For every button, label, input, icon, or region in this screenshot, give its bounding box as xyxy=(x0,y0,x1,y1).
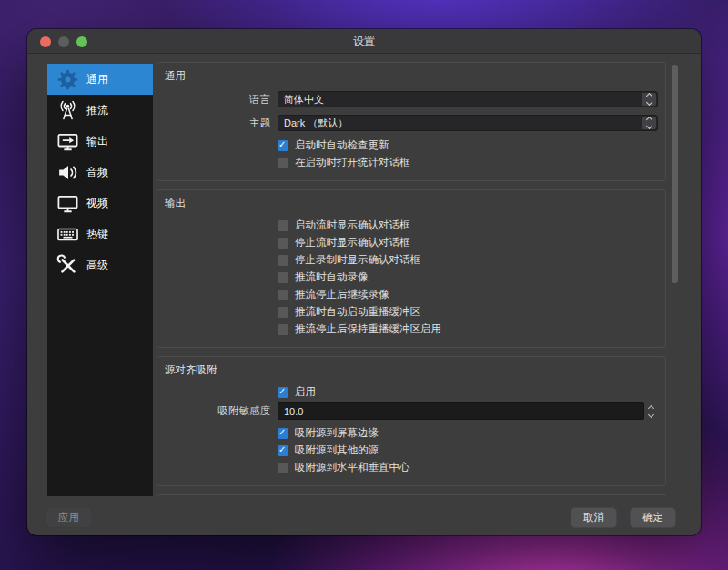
checkbox[interactable] xyxy=(278,140,288,151)
checkbox[interactable] xyxy=(278,220,288,231)
checkbox-row: 在启动时打开统计对话框 xyxy=(157,156,665,169)
checkbox-row: 停止流时显示确认对话框 xyxy=(157,236,665,249)
group-output: 输出 启动流时显示确认对话框 停止流时显示确认对话框 停止录制时显示确认对话框 xyxy=(157,189,666,348)
sidebar-item-advanced[interactable]: 高级 xyxy=(47,249,153,280)
checkbox-row: 推流停止后继续录像 xyxy=(157,288,665,301)
titlebar: 设置 xyxy=(27,29,701,54)
gear-icon xyxy=(52,68,83,91)
group-general: 通用 语言 简体中文 主题 Dark （默认） xyxy=(157,62,666,181)
sidebar-label-output: 输出 xyxy=(86,134,108,149)
checkbox-label: 在启动时打开统计对话框 xyxy=(295,156,410,169)
settings-scroll-area: 通用 语言 简体中文 主题 Dark （默认） xyxy=(155,62,679,496)
settings-window: 设置 xyxy=(27,29,701,535)
theme-label: 主题 xyxy=(157,117,278,130)
cancel-button[interactable]: 取消 xyxy=(571,507,617,528)
group-projectors: 投影窗口 投影窗口中隐藏光标 使投影窗口置顶 退出时保存投影窗口设置 xyxy=(157,494,666,496)
snap-sensitivity-input[interactable]: 10.0 xyxy=(278,402,644,420)
checkbox[interactable] xyxy=(278,158,288,168)
group-title: 通用 xyxy=(165,69,665,83)
minimize-button[interactable] xyxy=(58,36,69,47)
checkbox-label: 吸附源到其他的源 xyxy=(295,443,379,457)
language-row: 语言 简体中文 xyxy=(157,91,665,107)
language-label: 语言 xyxy=(157,93,278,107)
checkbox-row: 启用 xyxy=(157,385,665,399)
theme-select[interactable]: Dark （默认） xyxy=(278,115,658,131)
checkbox-row: 吸附源到水平和垂直中心 xyxy=(157,461,665,474)
sidebar-label-hotkeys: 热键 xyxy=(86,227,108,242)
output-icon xyxy=(52,130,83,153)
checkbox-label: 启用 xyxy=(295,385,316,399)
checkbox-row: 推流停止后保持重播缓冲区启用 xyxy=(157,322,665,336)
checkbox-label: 启动流时显示确认对话框 xyxy=(295,219,410,232)
keyboard-icon xyxy=(52,223,83,246)
checkbox[interactable] xyxy=(278,272,288,283)
scrollbar-thumb[interactable] xyxy=(672,65,678,283)
checkbox[interactable] xyxy=(278,255,288,266)
group-title: 输出 xyxy=(165,197,665,210)
checkbox-row: 停止录制时显示确认对话框 xyxy=(157,253,665,267)
ok-button[interactable]: 确定 xyxy=(630,507,676,528)
spinner-stepper-icon[interactable] xyxy=(644,402,658,420)
checkbox-row: 启动时自动检查更新 xyxy=(157,138,665,152)
sidebar-item-output[interactable]: 输出 xyxy=(47,126,153,157)
theme-row: 主题 Dark （默认） xyxy=(157,115,665,131)
sidebar-item-audio[interactable]: 音频 xyxy=(47,157,153,188)
group-title: 源对齐吸附 xyxy=(165,363,665,377)
checkbox[interactable] xyxy=(278,463,288,473)
checkbox[interactable] xyxy=(278,387,288,398)
checkbox[interactable] xyxy=(278,238,288,249)
sidebar-item-video[interactable]: 视频 xyxy=(47,188,153,219)
speaker-icon xyxy=(52,161,83,184)
sidebar-item-stream[interactable]: 推流 xyxy=(47,95,153,126)
checkbox-row: 推流时自动启动重播缓冲区 xyxy=(157,305,665,319)
language-select[interactable]: 简体中文 xyxy=(278,91,658,107)
checkbox-label: 停止录制时显示确认对话框 xyxy=(295,253,420,267)
dialog-footer: 应用 取消 确定 xyxy=(46,506,676,528)
select-stepper-icon[interactable] xyxy=(642,93,656,106)
window-title: 设置 xyxy=(27,29,701,53)
close-button[interactable] xyxy=(40,36,51,47)
snap-sensitivity-row: 吸附敏感度 10.0 xyxy=(157,402,665,420)
apply-button[interactable]: 应用 xyxy=(46,507,92,528)
checkbox-row: 吸附源到其他的源 xyxy=(157,443,665,457)
checkbox-label: 吸附源到水平和垂直中心 xyxy=(295,461,410,474)
checkbox-label: 推流停止后继续录像 xyxy=(295,288,389,301)
sidebar-label-advanced: 高级 xyxy=(86,258,108,273)
checkbox-label: 推流时自动启动重播缓冲区 xyxy=(295,305,420,319)
sidebar-label-audio: 音频 xyxy=(86,165,108,180)
checkbox[interactable] xyxy=(278,307,288,318)
checkbox[interactable] xyxy=(278,445,288,456)
sidebar-label-video: 视频 xyxy=(86,196,108,211)
sidebar-item-general[interactable]: 通用 xyxy=(47,64,153,95)
sidebar-label-stream: 推流 xyxy=(86,103,108,118)
select-stepper-icon[interactable] xyxy=(642,117,656,129)
checkbox[interactable] xyxy=(278,324,288,335)
settings-sidebar: 通用 xyxy=(47,64,153,496)
monitor-icon xyxy=(52,192,83,215)
checkbox-label: 吸附源到屏幕边缘 xyxy=(295,426,379,440)
broadcast-icon xyxy=(52,99,83,122)
sidebar-label-general: 通用 xyxy=(86,72,108,87)
checkbox[interactable] xyxy=(278,290,288,300)
dialog-body: 通用 xyxy=(27,55,701,535)
checkbox-label: 推流停止后保持重播缓冲区启用 xyxy=(295,322,441,336)
zoom-button[interactable] xyxy=(76,36,87,47)
checkbox-label: 推流时自动录像 xyxy=(295,270,369,284)
checkbox-row: 启动流时显示确认对话框 xyxy=(157,219,665,232)
group-snapping: 源对齐吸附 启用 吸附敏感度 10.0 xyxy=(157,356,666,486)
snap-sensitivity-label: 吸附敏感度 xyxy=(157,404,278,418)
checkbox-label: 启动时自动检查更新 xyxy=(295,138,389,152)
checkbox[interactable] xyxy=(278,428,288,439)
checkbox-row: 吸附源到屏幕边缘 xyxy=(157,426,665,440)
checkbox-label: 停止流时显示确认对话框 xyxy=(295,236,410,249)
tools-icon xyxy=(52,254,83,277)
checkbox-row: 推流时自动录像 xyxy=(157,270,665,284)
sidebar-item-hotkeys[interactable]: 热键 xyxy=(47,219,153,249)
